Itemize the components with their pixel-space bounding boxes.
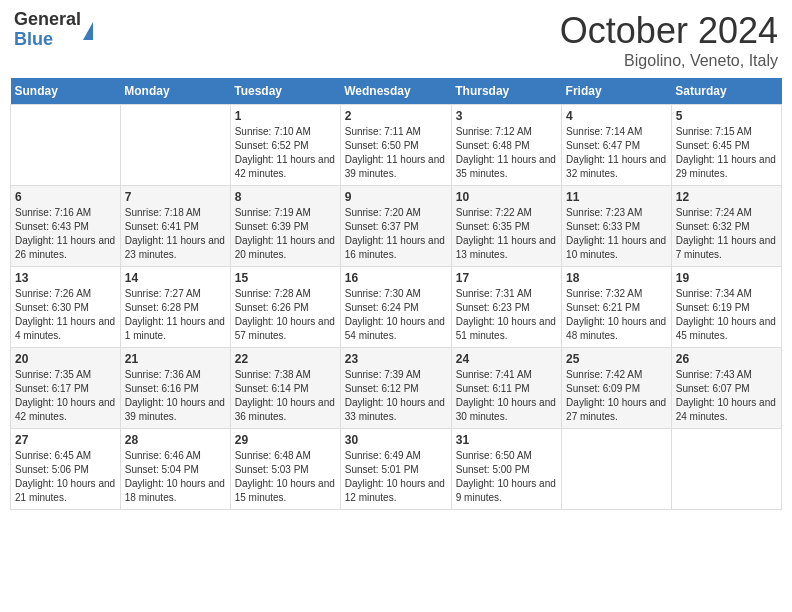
day-info: Sunrise: 7:12 AM Sunset: 6:48 PM Dayligh… [456, 125, 557, 181]
day-header-sunday: Sunday [11, 78, 121, 105]
day-header-wednesday: Wednesday [340, 78, 451, 105]
calendar-cell: 12Sunrise: 7:24 AM Sunset: 6:32 PM Dayli… [671, 186, 781, 267]
day-number: 28 [125, 433, 226, 447]
location-text: Bigolino, Veneto, Italy [560, 52, 778, 70]
calendar-cell: 25Sunrise: 7:42 AM Sunset: 6:09 PM Dayli… [562, 348, 672, 429]
day-info: Sunrise: 7:30 AM Sunset: 6:24 PM Dayligh… [345, 287, 447, 343]
day-info: Sunrise: 7:16 AM Sunset: 6:43 PM Dayligh… [15, 206, 116, 262]
day-number: 23 [345, 352, 447, 366]
day-number: 30 [345, 433, 447, 447]
day-info: Sunrise: 7:31 AM Sunset: 6:23 PM Dayligh… [456, 287, 557, 343]
day-info: Sunrise: 6:48 AM Sunset: 5:03 PM Dayligh… [235, 449, 336, 505]
logo: General Blue [14, 10, 93, 50]
day-info: Sunrise: 7:43 AM Sunset: 6:07 PM Dayligh… [676, 368, 777, 424]
day-header-thursday: Thursday [451, 78, 561, 105]
day-number: 6 [15, 190, 116, 204]
day-info: Sunrise: 7:22 AM Sunset: 6:35 PM Dayligh… [456, 206, 557, 262]
day-info: Sunrise: 6:49 AM Sunset: 5:01 PM Dayligh… [345, 449, 447, 505]
calendar-cell: 6Sunrise: 7:16 AM Sunset: 6:43 PM Daylig… [11, 186, 121, 267]
page-header: General Blue October 2024 Bigolino, Vene… [10, 10, 782, 70]
calendar-header-row: SundayMondayTuesdayWednesdayThursdayFrid… [11, 78, 782, 105]
month-title: October 2024 [560, 10, 778, 52]
calendar-cell: 4Sunrise: 7:14 AM Sunset: 6:47 PM Daylig… [562, 105, 672, 186]
calendar-cell: 23Sunrise: 7:39 AM Sunset: 6:12 PM Dayli… [340, 348, 451, 429]
day-number: 19 [676, 271, 777, 285]
day-number: 16 [345, 271, 447, 285]
day-info: Sunrise: 7:15 AM Sunset: 6:45 PM Dayligh… [676, 125, 777, 181]
day-info: Sunrise: 7:41 AM Sunset: 6:11 PM Dayligh… [456, 368, 557, 424]
day-number: 3 [456, 109, 557, 123]
day-info: Sunrise: 7:27 AM Sunset: 6:28 PM Dayligh… [125, 287, 226, 343]
day-header-tuesday: Tuesday [230, 78, 340, 105]
day-number: 14 [125, 271, 226, 285]
day-number: 12 [676, 190, 777, 204]
day-number: 5 [676, 109, 777, 123]
calendar-cell [671, 429, 781, 510]
day-info: Sunrise: 7:18 AM Sunset: 6:41 PM Dayligh… [125, 206, 226, 262]
calendar-cell: 14Sunrise: 7:27 AM Sunset: 6:28 PM Dayli… [120, 267, 230, 348]
day-info: Sunrise: 7:39 AM Sunset: 6:12 PM Dayligh… [345, 368, 447, 424]
day-number: 4 [566, 109, 667, 123]
calendar-cell: 24Sunrise: 7:41 AM Sunset: 6:11 PM Dayli… [451, 348, 561, 429]
calendar-week-row: 27Sunrise: 6:45 AM Sunset: 5:06 PM Dayli… [11, 429, 782, 510]
day-number: 1 [235, 109, 336, 123]
calendar-week-row: 6Sunrise: 7:16 AM Sunset: 6:43 PM Daylig… [11, 186, 782, 267]
day-info: Sunrise: 7:38 AM Sunset: 6:14 PM Dayligh… [235, 368, 336, 424]
day-info: Sunrise: 6:46 AM Sunset: 5:04 PM Dayligh… [125, 449, 226, 505]
calendar-cell: 20Sunrise: 7:35 AM Sunset: 6:17 PM Dayli… [11, 348, 121, 429]
calendar-cell: 29Sunrise: 6:48 AM Sunset: 5:03 PM Dayli… [230, 429, 340, 510]
calendar-cell [562, 429, 672, 510]
calendar-cell: 22Sunrise: 7:38 AM Sunset: 6:14 PM Dayli… [230, 348, 340, 429]
day-header-monday: Monday [120, 78, 230, 105]
day-number: 2 [345, 109, 447, 123]
calendar-cell: 27Sunrise: 6:45 AM Sunset: 5:06 PM Dayli… [11, 429, 121, 510]
day-info: Sunrise: 7:20 AM Sunset: 6:37 PM Dayligh… [345, 206, 447, 262]
day-info: Sunrise: 7:19 AM Sunset: 6:39 PM Dayligh… [235, 206, 336, 262]
day-number: 17 [456, 271, 557, 285]
calendar-cell: 21Sunrise: 7:36 AM Sunset: 6:16 PM Dayli… [120, 348, 230, 429]
calendar-cell: 18Sunrise: 7:32 AM Sunset: 6:21 PM Dayli… [562, 267, 672, 348]
day-number: 11 [566, 190, 667, 204]
day-number: 24 [456, 352, 557, 366]
day-number: 7 [125, 190, 226, 204]
day-number: 31 [456, 433, 557, 447]
day-header-friday: Friday [562, 78, 672, 105]
calendar-week-row: 20Sunrise: 7:35 AM Sunset: 6:17 PM Dayli… [11, 348, 782, 429]
calendar-cell: 11Sunrise: 7:23 AM Sunset: 6:33 PM Dayli… [562, 186, 672, 267]
calendar-table: SundayMondayTuesdayWednesdayThursdayFrid… [10, 78, 782, 510]
day-number: 13 [15, 271, 116, 285]
day-number: 8 [235, 190, 336, 204]
calendar-cell: 3Sunrise: 7:12 AM Sunset: 6:48 PM Daylig… [451, 105, 561, 186]
calendar-cell: 16Sunrise: 7:30 AM Sunset: 6:24 PM Dayli… [340, 267, 451, 348]
day-info: Sunrise: 6:45 AM Sunset: 5:06 PM Dayligh… [15, 449, 116, 505]
day-number: 9 [345, 190, 447, 204]
day-number: 27 [15, 433, 116, 447]
calendar-cell: 10Sunrise: 7:22 AM Sunset: 6:35 PM Dayli… [451, 186, 561, 267]
day-info: Sunrise: 7:35 AM Sunset: 6:17 PM Dayligh… [15, 368, 116, 424]
day-number: 21 [125, 352, 226, 366]
calendar-cell: 15Sunrise: 7:28 AM Sunset: 6:26 PM Dayli… [230, 267, 340, 348]
calendar-cell [120, 105, 230, 186]
calendar-cell: 31Sunrise: 6:50 AM Sunset: 5:00 PM Dayli… [451, 429, 561, 510]
day-info: Sunrise: 7:42 AM Sunset: 6:09 PM Dayligh… [566, 368, 667, 424]
calendar-cell: 2Sunrise: 7:11 AM Sunset: 6:50 PM Daylig… [340, 105, 451, 186]
day-number: 15 [235, 271, 336, 285]
calendar-cell: 17Sunrise: 7:31 AM Sunset: 6:23 PM Dayli… [451, 267, 561, 348]
calendar-cell: 7Sunrise: 7:18 AM Sunset: 6:41 PM Daylig… [120, 186, 230, 267]
day-number: 22 [235, 352, 336, 366]
day-info: Sunrise: 7:24 AM Sunset: 6:32 PM Dayligh… [676, 206, 777, 262]
calendar-cell: 1Sunrise: 7:10 AM Sunset: 6:52 PM Daylig… [230, 105, 340, 186]
logo-general-text: General [14, 10, 81, 30]
day-number: 20 [15, 352, 116, 366]
day-info: Sunrise: 7:10 AM Sunset: 6:52 PM Dayligh… [235, 125, 336, 181]
day-number: 26 [676, 352, 777, 366]
calendar-cell: 13Sunrise: 7:26 AM Sunset: 6:30 PM Dayli… [11, 267, 121, 348]
calendar-cell: 28Sunrise: 6:46 AM Sunset: 5:04 PM Dayli… [120, 429, 230, 510]
day-info: Sunrise: 7:11 AM Sunset: 6:50 PM Dayligh… [345, 125, 447, 181]
day-number: 18 [566, 271, 667, 285]
calendar-week-row: 1Sunrise: 7:10 AM Sunset: 6:52 PM Daylig… [11, 105, 782, 186]
day-number: 25 [566, 352, 667, 366]
calendar-week-row: 13Sunrise: 7:26 AM Sunset: 6:30 PM Dayli… [11, 267, 782, 348]
logo-triangle-icon [83, 22, 93, 40]
calendar-cell: 26Sunrise: 7:43 AM Sunset: 6:07 PM Dayli… [671, 348, 781, 429]
